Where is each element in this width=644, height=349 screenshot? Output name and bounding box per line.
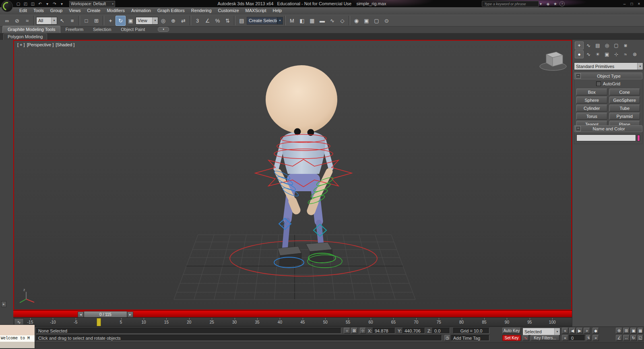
- render-production-icon[interactable]: ⊙: [382, 16, 392, 26]
- bind-to-space-warp-icon[interactable]: ≈: [22, 16, 32, 26]
- category-helpers-icon[interactable]: ⊹: [612, 50, 621, 58]
- set-key-button[interactable]: Set Key: [502, 335, 521, 341]
- y-coordinate-field[interactable]: 440.706: [402, 328, 425, 334]
- keyboard-override-icon[interactable]: ⇄: [178, 16, 188, 26]
- time-slider-handle[interactable]: 0 / 115: [84, 311, 127, 318]
- viewport-canvas[interactable]: z: [14, 41, 571, 310]
- x-coordinate-field[interactable]: 94.878: [373, 328, 395, 334]
- welcome-window[interactable]: Welcome to M: [0, 324, 35, 348]
- mirror-icon[interactable]: M: [287, 16, 297, 26]
- previous-frame-icon[interactable]: ◀: [569, 328, 576, 334]
- tab-utilities[interactable]: ⋇: [621, 41, 630, 50]
- previous-frame-arrow-icon[interactable]: ◄: [78, 312, 84, 318]
- button-torus[interactable]: Torus: [576, 113, 607, 120]
- zoom-icon[interactable]: ⊕: [616, 328, 622, 334]
- absolute-mode-icon[interactable]: ⊹: [360, 328, 366, 334]
- unlink-selection-icon[interactable]: ⊘: [12, 16, 22, 26]
- tab-freeform[interactable]: Freeform: [60, 26, 88, 33]
- tab-create[interactable]: +: [575, 41, 584, 50]
- search-dropdown-icon[interactable]: ▾: [538, 1, 544, 6]
- workspace-dropdown[interactable]: Workspace: Default ▾: [69, 1, 115, 7]
- redo-icon[interactable]: ↷: [52, 1, 58, 6]
- current-frame-marker[interactable]: [97, 318, 101, 326]
- previous-key-icon[interactable]: «: [562, 335, 568, 341]
- button-geosphere[interactable]: GeoSphere: [609, 97, 640, 103]
- schematic-view-icon[interactable]: ◇: [337, 16, 347, 26]
- go-to-start-icon[interactable]: «: [562, 328, 568, 334]
- favorites-star-icon[interactable]: ★: [552, 1, 558, 6]
- pan-view-icon[interactable]: ↔: [623, 335, 630, 341]
- viewport-menu-view[interactable]: [Perspective ]: [27, 42, 54, 47]
- select-and-scale-icon[interactable]: ▣: [126, 16, 136, 26]
- selection-set-dropdown[interactable]: Create Selection Se ▾: [247, 17, 283, 25]
- select-and-manipulate-icon[interactable]: ⊕: [168, 16, 178, 26]
- open-file-icon[interactable]: ◰: [23, 1, 29, 6]
- rendered-frame-window-icon[interactable]: ▢: [372, 16, 382, 26]
- menu-edit[interactable]: Edit: [16, 7, 30, 14]
- viewport-label[interactable]: [ + ] [Perspective ] [Shaded ]: [17, 42, 74, 47]
- menu-customize[interactable]: Customize: [215, 7, 242, 14]
- button-pyramid[interactable]: Pyramid: [609, 113, 640, 120]
- select-object-icon[interactable]: ↖: [57, 16, 67, 26]
- panel-polygon-modeling[interactable]: Polygon Modeling: [3, 33, 47, 40]
- selection-filter-dropdown[interactable]: All ▾: [36, 17, 57, 25]
- window-crossing-icon[interactable]: ⊞: [91, 16, 101, 26]
- field-of-view-icon[interactable]: ∠: [616, 335, 622, 341]
- maximize-viewport-icon[interactable]: ◱: [638, 335, 643, 341]
- selection-region-icon[interactable]: □: [81, 16, 91, 26]
- category-lights-icon[interactable]: ☀: [593, 50, 602, 58]
- menu-graph-editors[interactable]: Graph Editors: [154, 7, 188, 14]
- category-shapes-icon[interactable]: ∿: [584, 50, 593, 58]
- button-tube[interactable]: Tube: [609, 105, 640, 112]
- next-key-icon[interactable]: »: [592, 335, 599, 341]
- menu-animation[interactable]: Animation: [128, 7, 154, 14]
- character-rig[interactable]: [266, 65, 337, 266]
- subscription-center-icon[interactable]: ◈: [545, 1, 551, 6]
- menu-help[interactable]: Help: [270, 7, 285, 14]
- undo-dropdown-icon[interactable]: ▾: [44, 1, 50, 6]
- category-geometry-icon[interactable]: ●: [575, 50, 584, 58]
- selection-lock-icon[interactable]: ⊠: [351, 328, 357, 334]
- button-sphere[interactable]: Sphere: [576, 97, 607, 103]
- name-color-rollout-header[interactable]: – Name and Color: [574, 125, 642, 132]
- infocenter-search[interactable]: [482, 1, 539, 7]
- button-cylinder[interactable]: Cylinder: [576, 105, 607, 112]
- zoom-extents-icon[interactable]: ▣: [630, 328, 637, 334]
- new-scene-icon[interactable]: ▢: [15, 1, 21, 6]
- menu-maxscript[interactable]: MAXScript: [242, 7, 270, 14]
- zoom-all-icon[interactable]: ⊞: [623, 328, 630, 334]
- object-type-rollout-header[interactable]: – Object Type: [574, 72, 642, 79]
- menu-create[interactable]: Create: [84, 7, 103, 14]
- torso[interactable]: [282, 131, 325, 174]
- viewport-menu-plus[interactable]: [ + ]: [17, 42, 25, 47]
- select-and-rotate-icon[interactable]: ↻: [116, 16, 126, 26]
- viewcube[interactable]: [540, 52, 566, 70]
- ribbon-toggle-icon[interactable]: ▬: [317, 16, 327, 26]
- isolate-selection-icon[interactable]: ○: [344, 328, 350, 334]
- tab-selection[interactable]: Selection: [88, 26, 116, 33]
- key-mode-dropdown[interactable]: Selected ▾: [522, 328, 560, 335]
- material-editor-icon[interactable]: ◉: [351, 16, 361, 26]
- auto-key-button[interactable]: Auto Key: [502, 328, 521, 334]
- current-frame-field[interactable]: 0: [569, 335, 585, 341]
- orbit-view-icon[interactable]: ↻: [630, 335, 637, 341]
- menu-group[interactable]: Group: [47, 7, 66, 14]
- menu-tools[interactable]: Tools: [30, 7, 47, 14]
- viewport-menu-shading[interactable]: [Shaded ]: [56, 42, 74, 47]
- search-input[interactable]: [483, 2, 537, 6]
- snap-toggle-3d-icon[interactable]: 3: [192, 16, 202, 26]
- autogrid-checkbox[interactable]: [596, 81, 601, 86]
- key-filters-button[interactable]: Key Filters...: [530, 335, 559, 341]
- left-hand[interactable]: [293, 201, 296, 210]
- ribbon-minimize-toggle[interactable]: ▾: [158, 27, 169, 32]
- go-to-end-icon[interactable]: »: [584, 328, 590, 334]
- track-bar[interactable]: ∿ -15-10-5051015202530354045505560657075…: [13, 317, 572, 326]
- angle-snap-icon[interactable]: ∠: [202, 16, 213, 26]
- primitive-category-dropdown[interactable]: Standard Primitives ▾: [574, 62, 643, 70]
- flyout-arrow-icon[interactable]: ►: [1, 301, 6, 307]
- time-tag-icon[interactable]: ◷: [444, 335, 450, 341]
- render-setup-icon[interactable]: ▣: [361, 16, 372, 26]
- category-systems-icon[interactable]: ⊛: [630, 50, 639, 58]
- select-and-link-icon[interactable]: ∞: [2, 16, 12, 26]
- set-key-wave-icon[interactable]: ∿: [522, 335, 529, 341]
